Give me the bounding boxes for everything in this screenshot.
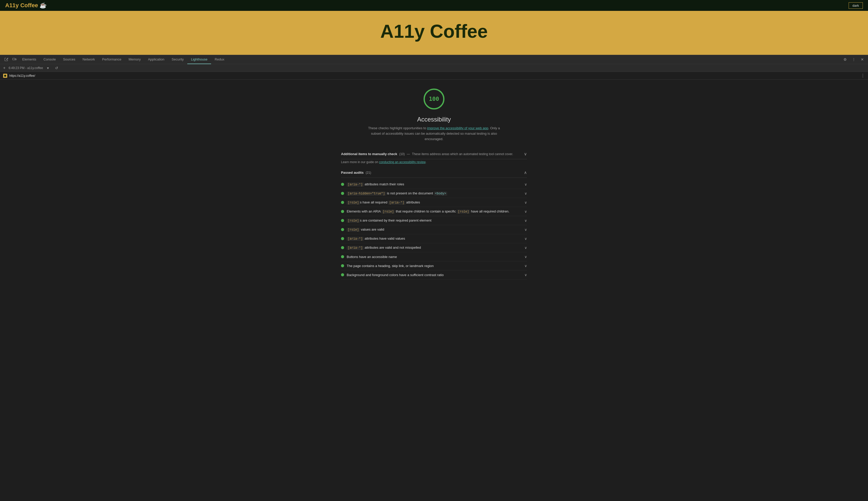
website-nav-title: A11y Coffee ☕ [5,2,46,9]
secondary-dropdown-button[interactable]: ▾ [45,65,51,71]
secondary-toolbar: + 6:49:23 PM - a11y.coffee ▾ ↺ [0,64,868,72]
reload-button[interactable]: ↺ [53,65,60,71]
toolbar-right-icons: ⚙ ⋮ ✕ [842,56,866,63]
audit-text: The page contains a heading, skip link, … [347,264,434,268]
passed-audits-count: (21) [365,171,371,174]
audit-item-left: [aria-hidden="true"] is not present on t… [341,191,447,195]
audit-item-left: The page contains a heading, skip link, … [341,264,434,268]
passed-audits-section: Passed audits (21) ∧ [341,168,527,178]
inspect-element-button[interactable] [2,56,10,63]
tab-application[interactable]: Application [144,55,168,64]
audit-item[interactable]: Elements with an ARIA [role] that requir… [341,207,527,216]
conducting-review-link[interactable]: conducting an accessibility review [379,160,425,164]
audit-item[interactable]: [aria-hidden="true"] is not present on t… [341,189,527,198]
section-description: These checks highlight opportunities to … [367,126,501,142]
audit-item-left: [aria-*] attributes have valid values [341,236,405,241]
audit-item[interactable]: [role]s are contained by their required … [341,216,527,225]
manual-check-section: Additional items to manually check (10) … [341,149,527,166]
audit-item-left: [role]s have all required [aria-*] attri… [341,200,420,204]
audit-chevron: ∨ [525,227,527,232]
audit-item-left: [aria-*] attributes are valid and not mi… [341,246,421,250]
url-text: https://a11y.coffee/ [9,74,35,77]
tab-lighthouse[interactable]: Lighthouse [187,55,211,64]
devtools-panel: Elements Console Sources Network Perform… [0,55,868,287]
website-preview: A11y Coffee ☕ dark A11y Coffee [0,0,868,55]
audit-item-left: [role]s are contained by their required … [341,218,431,223]
audit-item-left: [role] values are valid [341,227,384,232]
audit-item[interactable]: The page contains a heading, skip link, … [341,262,527,270]
lighthouse-main-content: 100 Accessibility These checks highlight… [0,79,868,287]
website-navbar: A11y Coffee ☕ dark [0,0,868,11]
audit-chevron: ∨ [525,273,527,277]
audit-pass-dot [341,273,344,276]
audit-item-left: [aria-*] attributes match their roles [341,182,404,186]
more-options-button[interactable]: ⋮ [850,56,858,63]
audit-chevron: ∨ [525,191,527,195]
manual-check-dash: — [407,152,410,156]
audit-chevron: ∨ [525,264,527,268]
audit-list: [aria-*] attributes match their roles ∨ … [341,180,527,279]
audit-pass-dot [341,237,344,240]
settings-button[interactable]: ⚙ [842,56,849,63]
improve-accessibility-link[interactable]: improve the accessibility of your web ap… [427,126,488,130]
tab-sources[interactable]: Sources [59,55,79,64]
tab-performance[interactable]: Performance [98,55,125,64]
audit-pass-dot [341,219,344,222]
audit-text: Buttons have an accessible name [347,255,397,259]
device-toolbar-button[interactable] [10,56,19,63]
score-circle-container: 100 [422,87,446,112]
manual-check-header-left: Additional items to manually check (10) … [341,152,513,156]
tab-memory[interactable]: Memory [125,55,144,64]
audit-text: [role]s have all required [aria-*] attri… [347,200,420,204]
close-devtools-button[interactable]: ✕ [859,56,866,63]
tab-redux[interactable]: Redux [211,55,228,64]
manual-check-toggle: ∨ [524,151,527,157]
audit-text: [role] values are valid [347,227,384,232]
audit-text: [aria-hidden="true"] is not present on t… [347,191,447,195]
passed-audits-header-left: Passed audits (21) [341,171,371,174]
audit-pass-dot [341,264,344,267]
score-circle-svg: 100 [422,87,446,111]
svg-rect-0 [13,58,15,60]
audit-item[interactable]: Buttons have an accessible name ∨ [341,252,527,262]
website-main-heading: A11y Coffee [380,21,488,42]
dark-mode-button[interactable]: dark [849,2,863,9]
audit-item[interactable]: [aria-*] attributes are valid and not mi… [341,243,527,252]
passed-audits-title: Passed audits [341,171,363,174]
add-panel-button[interactable]: + [2,66,7,70]
manual-check-count: (10) [399,152,405,156]
audit-item[interactable]: [role]s have all required [aria-*] attri… [341,198,527,207]
audit-chevron: ∨ [525,255,527,259]
audit-item[interactable]: [role] values are valid ∨ [341,225,527,234]
tab-network[interactable]: Network [79,55,99,64]
passed-audits-toggle: ∧ [524,170,527,175]
tab-console[interactable]: Console [40,55,59,64]
audit-item[interactable]: [aria-*] attributes have valid values ∨ [341,234,527,243]
url-bar: https://a11y.coffee/ ⋮ [0,72,868,79]
audit-text: [role]s are contained by their required … [347,218,431,223]
audit-chevron: ∨ [525,236,527,241]
url-menu-button[interactable]: ⋮ [861,73,865,78]
audit-chevron: ∨ [525,218,527,223]
svg-text:100: 100 [429,96,439,102]
favicon [3,74,7,78]
audit-pass-dot [341,210,344,213]
audit-item-left: Background and foreground colors have a … [341,273,444,277]
audit-item[interactable]: [aria-*] attributes match their roles ∨ [341,180,527,189]
audit-pass-dot [341,201,344,204]
audit-text: [aria-*] attributes are valid and not mi… [347,246,421,250]
svg-rect-1 [15,59,16,60]
section-title: Accessibility [417,116,451,123]
audit-text: Elements with an ARIA [role] that requir… [347,210,509,214]
audit-pass-dot [341,228,344,231]
audit-pass-dot [341,246,344,249]
timestamp-text: 6:49:23 PM - a11y.coffee [9,66,43,70]
passed-audits-header[interactable]: Passed audits (21) ∧ [341,168,527,178]
svg-point-2 [4,75,6,77]
tab-security[interactable]: Security [168,55,187,64]
manual-check-header[interactable]: Additional items to manually check (10) … [341,149,527,159]
audit-item[interactable]: Background and foreground colors have a … [341,270,527,279]
audit-chevron: ∨ [525,210,527,214]
tab-elements[interactable]: Elements [19,55,40,64]
audit-item-left: Buttons have an accessible name [341,255,397,259]
